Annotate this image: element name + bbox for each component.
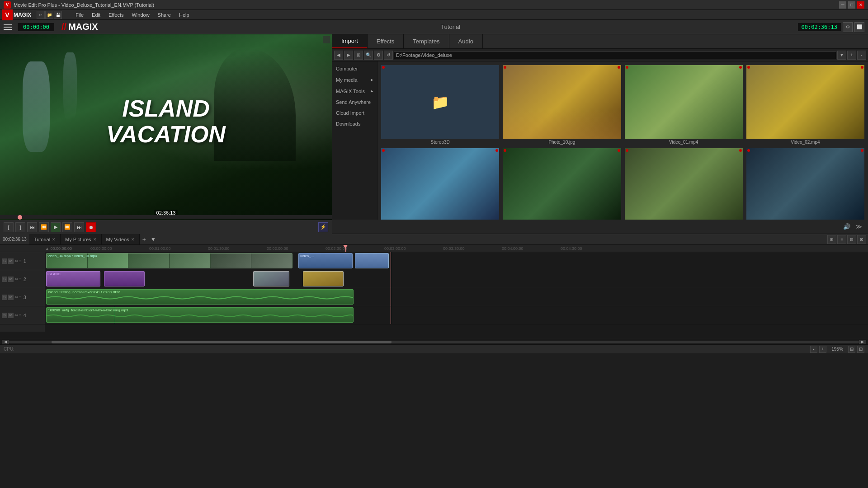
import-send-anywhere[interactable]: Send Anywhere [332,97,377,108]
scroll-track[interactable] [9,341,859,343]
clip-title-2[interactable] [104,271,145,286]
scroll-left-button[interactable]: ◀ [2,340,9,344]
media-item-video[interactable]: Video_05.mp4 [625,148,743,220]
media-item-video[interactable]: Video_04.mp4 [503,148,621,220]
clip-title-4[interactable] [303,271,344,286]
clip-video-3[interactable] [355,253,389,268]
mark-in-button[interactable]: [ [4,222,14,232]
add-path-button[interactable]: + [847,51,856,60]
minimize-button[interactable]: ─ [839,1,846,9]
media-item-video[interactable]: Video_03.mp4 [381,148,499,220]
nav-back-button[interactable]: ◀ [334,51,343,60]
add-timeline-button[interactable]: + [140,236,149,243]
toolbar-icon-1[interactable]: ↩ [37,11,45,19]
record-button[interactable]: ⏺ [86,222,96,232]
view-mode-button[interactable]: ⊞ [354,51,363,60]
import-downloads[interactable]: Downloads [332,118,377,129]
fast-forward-button[interactable]: ⏩ [62,222,72,232]
tab-videos-close[interactable]: ✕ [131,237,135,242]
menu-help[interactable]: Help [175,11,193,19]
track-expand-button[interactable]: ⊠ [857,235,866,244]
track-3-lock[interactable]: ⇔ [14,295,18,300]
menu-effects[interactable]: Effects [105,11,127,19]
tab-audio[interactable]: Audio [449,34,483,48]
media-item-folder[interactable]: 📁 Stereo3D [381,65,499,145]
zoom-in-button[interactable]: + [819,346,826,353]
timeline-scrollbar[interactable]: ◀ ▶ [0,339,868,344]
search-button[interactable]: 🔍 [364,51,373,60]
tab-tutorial-close[interactable]: ✕ [52,237,56,242]
maximize-view-icon[interactable]: ⬜ [854,22,864,32]
tab-effects[interactable]: Effects [368,34,404,48]
track-1-mute[interactable]: M [8,258,14,264]
zoom-out-button[interactable]: - [810,346,817,353]
large-view-button[interactable]: ⊟ [847,235,856,244]
clip-audio-1[interactable]: Island Feeling_normal.mxoGGC 120.00 BPM [46,289,354,305]
window-controls[interactable]: ─ □ ✕ [839,1,864,9]
menu-share[interactable]: Share [154,11,175,19]
track-4-solo[interactable]: S [2,313,7,318]
clip-audio-2[interactable]: 160280_unfg_forest-ambient-with-a-birdso… [46,307,354,323]
media-item-video[interactable]: Video_01.mp4 [625,65,743,145]
scroll-right-button[interactable]: ▶ [859,340,866,344]
import-computer[interactable]: Computer [332,63,377,74]
menu-file[interactable]: File [72,11,87,19]
nav-forward-button[interactable]: ▶ [344,51,353,60]
scroll-thumb[interactable] [52,341,392,343]
hamburger-menu[interactable] [4,23,13,32]
clip-title-1[interactable]: ISLAND... [46,271,100,286]
import-magix-tools[interactable]: MAGIX Tools ▸ [332,85,377,97]
timeline-tab-videos[interactable]: My Videos ✕ [102,234,140,244]
track-2-mute[interactable]: M [8,277,14,282]
path-input[interactable] [394,51,836,59]
toolbar-icon-3[interactable]: 💾 [54,11,62,19]
toolbar-icon-2[interactable]: 📁 [45,11,53,19]
clip-video-2[interactable]: Video_... [298,253,353,268]
track-2-solo[interactable]: S [2,277,7,282]
rewind-button[interactable]: ⏪ [39,222,49,232]
menu-window[interactable]: Window [128,11,153,19]
clip-video-1[interactable]: Video_04.mp4 / Video_10.mp4 [46,253,292,268]
zoom-fit-button[interactable]: ⊟ [848,346,855,353]
track-1-solo[interactable]: S [2,258,7,264]
play-button[interactable]: ▶ [51,222,61,232]
tab-templates[interactable]: Templates [404,34,449,48]
track-4-lock[interactable]: ⇔ [14,313,18,318]
tab-pictures-close[interactable]: ✕ [93,237,97,242]
close-button[interactable]: ✕ [857,1,864,9]
track-3-mute[interactable]: M [8,295,14,300]
track-1-expand[interactable]: ≡ [19,258,22,263]
menu-edit[interactable]: Edit [88,11,104,19]
media-item-photo[interactable]: Photo_10.jpg [503,65,621,145]
track-4-expand[interactable]: ≡ [19,313,22,318]
timeline-tab-tutorial[interactable]: Tutorial ✕ [29,234,61,244]
tab-import[interactable]: Import [332,34,368,48]
path-dropdown-button[interactable]: ▼ [837,51,846,60]
timeline-tab-pictures[interactable]: My Pictures ✕ [61,234,101,244]
zoom-reset-button[interactable]: ⊡ [857,346,864,353]
volume-button[interactable]: 🔊 [841,221,852,232]
media-item-video[interactable]: Video_06.mp4 [746,148,864,220]
go-start-button[interactable]: ⏮ [27,222,37,232]
restore-button[interactable]: □ [848,1,855,9]
refresh-button[interactable]: ↺ [384,51,393,60]
track-3-expand[interactable]: ≡ [19,295,22,300]
track-2-expand[interactable]: ≡ [19,277,22,282]
mark-out-button[interactable]: ] [15,222,25,232]
go-end-button[interactable]: ⏭ [74,222,84,232]
track-1-lock[interactable]: ⇔ [14,258,18,263]
more-options-button[interactable]: ≫ [854,221,864,232]
timeline-dropdown-button[interactable]: ▼ [149,236,158,243]
track-2-lock[interactable]: ⇔ [14,277,18,282]
smart-render-button[interactable]: ⚡ [318,222,328,232]
timeline-view-button[interactable]: ≡ [837,235,846,244]
media-item-video[interactable]: Video_02.mp4 [746,65,864,145]
settings-icon[interactable]: ⚙ [843,22,853,32]
panel-settings-button[interactable]: ⚙ [374,51,383,60]
remove-path-button[interactable]: - [857,51,866,60]
clip-title-3[interactable] [253,271,289,286]
storyboard-view-button[interactable]: ⊞ [827,235,836,244]
import-my-media[interactable]: My media ▸ [332,74,377,85]
track-3-solo[interactable]: S [2,295,7,300]
track-4-mute[interactable]: M [8,313,14,318]
